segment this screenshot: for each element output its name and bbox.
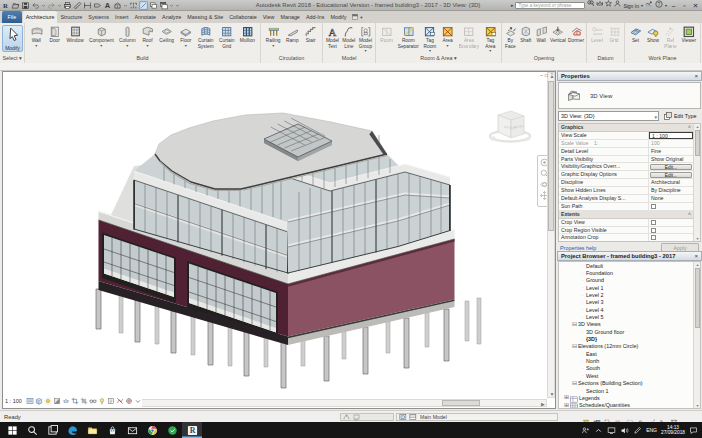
close-hidden-icon[interactable] <box>149 1 158 10</box>
set-button[interactable]: Set <box>629 24 642 44</box>
tree-item-level-2[interactable]: ·Level 2 <box>559 291 700 298</box>
tag-area-dropdown-arrow[interactable]: ▾ <box>489 49 491 52</box>
reveal-constraints-icon[interactable] <box>125 397 133 405</box>
value-edit-box[interactable]: 1 : 100 <box>649 132 693 139</box>
dormer-button[interactable]: Dormer <box>568 24 584 44</box>
print-icon[interactable] <box>63 1 72 10</box>
scroll-down-icon[interactable]: ▼ <box>548 390 556 398</box>
curtain-grid-button[interactable]: Curtain Grid <box>219 24 234 49</box>
floor-dropdown-arrow[interactable]: ▾ <box>185 44 187 47</box>
drag-on-selection-icon[interactable] <box>659 413 667 421</box>
exclude-options-icon[interactable] <box>582 413 590 421</box>
tag-room-dropdown-arrow[interactable]: ▾ <box>429 49 431 52</box>
taskbar-chrome-icon[interactable] <box>142 422 162 438</box>
view-window-control[interactable]: ⌃ <box>550 72 554 78</box>
horizontal-scrollbar-thumb[interactable] <box>442 400 480 406</box>
exchange-apps-icon[interactable] <box>645 0 653 11</box>
curtain-system-button[interactable]: Curtain System <box>198 24 214 49</box>
property-row-detail-level[interactable]: Detail LevelFine <box>559 148 700 156</box>
collapse-icon[interactable]: ⊟ <box>571 321 578 328</box>
properties-scrollbar[interactable]: ▴▾ <box>693 124 700 241</box>
show-button[interactable]: Show <box>646 24 659 44</box>
taskbar-app-green-icon[interactable] <box>162 422 182 438</box>
tree-item-legends[interactable]: ⊞Legends <box>559 394 700 401</box>
edit-type-button[interactable]: Edit Type <box>662 111 701 121</box>
door-button[interactable]: Door <box>48 24 61 44</box>
show-crop-icon[interactable] <box>80 397 88 405</box>
temp-hide-icon[interactable] <box>89 397 97 405</box>
scroll-right-icon[interactable]: ▶ <box>539 400 547 408</box>
tab-collaborate[interactable]: Collaborate <box>226 11 260 23</box>
property-row-parts-visibility[interactable]: Parts VisibilityShow Original <box>559 156 700 164</box>
design-options-status[interactable]: Main Model <box>396 413 558 421</box>
tray-people-icon[interactable] <box>581 426 590 435</box>
horizontal-scrollbar[interactable]: ◀▶ <box>131 399 547 407</box>
ribbon-display-icon[interactable] <box>351 13 359 21</box>
roof-dropdown-arrow[interactable]: ▾ <box>146 44 148 47</box>
tree-item-3d-views[interactable]: ⊟3D Views <box>559 321 700 328</box>
tree-item-3d-ground-floor[interactable]: ·3D Ground floor <box>559 328 700 335</box>
property-row-discipline[interactable]: DisciplineArchitectural <box>559 179 700 187</box>
property-row-default-analysis-display-s[interactable]: Default Analysis Display S...None <box>559 195 700 203</box>
switch-arrow-icon[interactable] <box>169 1 174 10</box>
edit-button[interactable]: Edit... <box>650 164 692 170</box>
more-icon[interactable] <box>134 397 142 405</box>
property-row-visibility-graphics-overr[interactable]: Visibility/Graphics Overr...Edit... <box>559 163 700 171</box>
property-row-graphic-display-options[interactable]: Graphic Display OptionsEdit... <box>559 171 700 179</box>
worksets-status[interactable] <box>340 413 394 421</box>
ribbon-display-arrow[interactable]: ▾ <box>360 15 362 20</box>
checkbox[interactable] <box>651 228 656 233</box>
project-browser-scrollbar[interactable]: ▴▾ <box>693 262 700 408</box>
expand-icon[interactable]: ⊞ <box>563 394 570 401</box>
view-scale-label[interactable]: 1 : 100 <box>5 398 22 404</box>
railing-dropdown-arrow[interactable]: ▾ <box>272 44 274 47</box>
redo-arrow-icon[interactable] <box>57 1 62 10</box>
component-button[interactable]: Component▾ <box>89 24 114 47</box>
sun-path-icon[interactable] <box>44 397 52 405</box>
tab-structure[interactable]: Structure <box>57 11 85 23</box>
tab-view[interactable]: View <box>260 11 278 23</box>
window-button[interactable]: Window <box>67 24 84 44</box>
reveal-hidden-icon[interactable] <box>98 397 106 405</box>
modify-button[interactable]: Modify <box>2 25 23 52</box>
model-group-button[interactable]: Model Group▾ <box>359 24 372 52</box>
tree-item-north[interactable]: ·North <box>559 357 700 364</box>
area-button[interactable]: Area▾ <box>441 24 454 47</box>
shaft-button[interactable]: Shaft <box>519 24 532 44</box>
view-window-control[interactable]: – <box>540 72 543 78</box>
viewcube[interactable]: FRONT RIGHT <box>488 105 534 145</box>
save-icon[interactable] <box>21 1 30 10</box>
3d-arrow-icon[interactable] <box>123 1 128 10</box>
taskbar-start-icon[interactable] <box>2 422 22 438</box>
select-links-icon[interactable] <box>615 413 623 421</box>
tree-item-foundation[interactable]: ·Foundation <box>559 269 700 276</box>
property-row-crop-region-visible[interactable]: Crop Region Visible <box>559 227 700 235</box>
crop-view-icon[interactable] <box>71 397 79 405</box>
tray-action-center-icon[interactable] <box>689 426 698 435</box>
group-collapse-icon[interactable]: ˄ <box>688 124 691 130</box>
search-input[interactable]: Type a keyword or phrase <box>515 2 585 9</box>
tree-item-schedules-quantities[interactable]: ⊞Schedules/Quantities <box>559 402 700 409</box>
select-pinned-icon[interactable] <box>637 413 645 421</box>
tab-massing-site[interactable]: Massing & Site <box>184 11 226 23</box>
ramp-button[interactable]: Ramp <box>286 24 299 44</box>
sign-in-button[interactable]: Sign In <box>623 3 639 9</box>
column-button[interactable]: Column▾ <box>119 24 136 47</box>
type-selector-combo[interactable]: 3D View: {3D} ▾ <box>558 111 659 121</box>
tree-item-3d[interactable]: ·{3D} <box>559 335 700 342</box>
favorites-icon[interactable] <box>605 0 612 11</box>
by-face-button[interactable]: By Face <box>504 24 517 49</box>
tab-analyze[interactable]: Analyze <box>159 11 184 23</box>
room-separator-button[interactable]: Room Separator <box>398 24 419 49</box>
revit-logo-icon[interactable]: R <box>1 1 10 10</box>
temp-properties-icon[interactable] <box>107 397 115 405</box>
tab-manage[interactable]: Manage <box>277 11 302 23</box>
filter-icon[interactable] <box>670 413 678 421</box>
wall-button[interactable]: Wall▾ <box>30 24 43 47</box>
property-group-extents[interactable]: Extents˄ <box>559 211 700 219</box>
restore-button[interactable]: ▫ <box>680 0 689 11</box>
redo-icon[interactable] <box>47 1 56 10</box>
property-row-scale-value-1[interactable]: Scale Value 1:100 <box>559 140 700 148</box>
properties-title-bar[interactable]: Properties × <box>557 71 702 81</box>
default-3d-view-icon[interactable] <box>113 1 122 10</box>
